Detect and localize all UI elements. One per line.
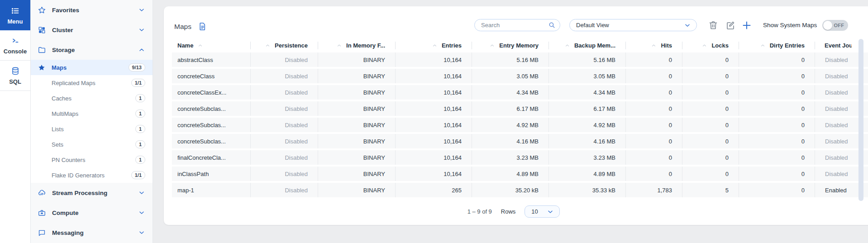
show-system-maps-label: Show System Maps	[763, 22, 817, 29]
cell-backup-mem: 3.23 MB	[548, 150, 625, 165]
table-row[interactable]: concreteSubclas...DisabledBINARY10,1646.…	[172, 101, 868, 118]
cell-backup-mem: 4.16 MB	[548, 134, 625, 148]
cell-persistence: Disabled	[250, 85, 318, 100]
rows-per-page-select[interactable]: 10	[525, 205, 560, 218]
sidebar-item-caches[interactable]: Caches1	[31, 91, 153, 106]
cell-dirty-entries: 0	[739, 118, 815, 132]
sidebar-group-stream-processing[interactable]: Stream Processing	[31, 183, 153, 203]
count-badge: 1	[135, 156, 145, 164]
cell-hits: 0	[625, 150, 682, 165]
table-row[interactable]: concreteSubclas...DisabledBINARY10,1644.…	[172, 118, 868, 134]
sidebar-item-label: Flake ID Generators	[52, 172, 131, 179]
toolbar: Maps Defa	[164, 6, 868, 38]
sort-caret-icon	[760, 43, 766, 48]
sidebar-item-multimaps[interactable]: MultiMaps1	[31, 106, 153, 121]
sql-button[interactable]: SQL	[0, 61, 30, 91]
sidebar-item-sets[interactable]: Sets1	[31, 137, 153, 152]
column-header-dirty-entries[interactable]: Dirty Entries	[739, 38, 815, 52]
table-row[interactable]: inClassPathDisabledBINARY10,1644.89 MB4.…	[172, 167, 868, 183]
cell-locks: 5	[682, 183, 739, 197]
sidebar-item-replicated-maps[interactable]: Replicated Maps1/1	[31, 75, 153, 91]
count-badge: 1/1	[131, 171, 145, 179]
sidebar-group-messaging[interactable]: Messaging	[31, 223, 153, 243]
cell-name: inClassPath	[172, 167, 250, 181]
sidebar-item-label: MultiMaps	[52, 110, 135, 117]
column-header-name[interactable]: Name	[172, 38, 250, 52]
column-header-hits[interactable]: Hits	[625, 38, 682, 52]
menu-button[interactable]: Menu	[0, 0, 30, 30]
cell-locks: 0	[682, 118, 739, 132]
table-row[interactable]: concreteClassEx...DisabledBINARY10,1644.…	[172, 85, 868, 101]
cell-locks: 0	[682, 150, 739, 165]
cell-entry-memory: 3.05 MB	[472, 69, 548, 83]
sidebar-group-compute[interactable]: Compute	[31, 203, 153, 223]
sidebar-item-pn-counters[interactable]: PN Counters1	[31, 152, 153, 167]
main-area: Maps Defa	[153, 0, 868, 243]
sql-label: SQL	[9, 78, 21, 85]
cell-entry-memory: 4.89 MB	[472, 167, 548, 181]
sidebar-group-label: Compute	[52, 210, 138, 216]
add-button[interactable]	[741, 20, 752, 31]
star-filled-icon	[38, 63, 46, 71]
cell-in-memory-f: BINARY	[318, 167, 395, 181]
cell-entries: 10,164	[395, 52, 472, 67]
cell-locks: 0	[682, 85, 739, 100]
search-input[interactable]	[474, 19, 560, 31]
console-button[interactable]: Console	[0, 30, 30, 61]
column-header-backup-mem[interactable]: Backup Mem...	[548, 38, 625, 52]
page-title: Maps	[174, 23, 191, 31]
count-badge: 1	[135, 125, 145, 133]
cell-hits: 1,783	[625, 183, 682, 197]
view-select-value: Default View	[576, 22, 609, 29]
table-row[interactable]: map-1DisabledBINARY26535.20 kB35.33 kB1,…	[172, 183, 868, 199]
cell-hits: 0	[625, 167, 682, 181]
database-icon	[10, 66, 20, 76]
cell-persistence: Disabled	[250, 101, 318, 116]
cell-entry-memory: 4.34 MB	[472, 85, 548, 100]
view-select[interactable]: Default View	[569, 19, 697, 31]
sidebar-item-label: Lists	[52, 126, 135, 133]
sidebar-item-maps[interactable]: Maps9/13	[31, 60, 153, 75]
cell-hits: 0	[625, 52, 682, 67]
column-header-entry-memory[interactable]: Entry Memory	[472, 38, 548, 52]
sidebar-group-favorites[interactable]: Favorites	[31, 0, 153, 20]
cell-in-memory-f: BINARY	[318, 150, 395, 165]
cell-name: concreteSubclas...	[172, 118, 250, 132]
sidebar-item-lists[interactable]: Lists1	[31, 121, 153, 137]
pagination: 1 – 9 of 9 Rows 10	[172, 205, 855, 218]
document-icon[interactable]	[198, 22, 207, 31]
column-header-persistence[interactable]: Persistence	[250, 38, 318, 52]
delete-button[interactable]	[708, 20, 719, 31]
cell-dirty-entries: 0	[739, 101, 815, 116]
cell-hits: 0	[625, 118, 682, 132]
show-system-maps-toggle[interactable]: OFF	[822, 20, 848, 31]
sidebar-group-storage[interactable]: Storage	[31, 40, 153, 60]
cell-entries: 10,164	[395, 118, 472, 132]
column-label: In Memory F...	[346, 42, 385, 49]
table-row[interactable]: concreteClassDisabledBINARY10,1643.05 MB…	[172, 69, 868, 85]
edit-button[interactable]	[725, 20, 736, 31]
column-header-in-memory-f[interactable]: In Memory F...	[318, 38, 395, 52]
cell-persistence: Disabled	[250, 118, 318, 132]
table-row[interactable]: concreteSubclas...DisabledBINARY10,1644.…	[172, 134, 868, 150]
cell-locks: 0	[682, 101, 739, 116]
sidebar-group-label: Storage	[52, 47, 138, 53]
column-label: Event Journal	[825, 42, 852, 49]
table-row[interactable]: finalConcreteCla...DisabledBINARY10,1643…	[172, 150, 868, 167]
maps-card: Maps Defa	[164, 6, 868, 225]
folder-icon	[38, 46, 46, 54]
column-header-entries[interactable]: Entries	[395, 38, 472, 52]
sidebar-group-cluster[interactable]: Cluster	[31, 20, 153, 40]
toggle-state: OFF	[834, 23, 844, 28]
vertical-scrollbar[interactable]	[858, 39, 863, 201]
column-label: Backup Mem...	[574, 42, 615, 49]
cell-backup-mem: 4.34 MB	[548, 85, 625, 100]
cell-entries: 10,164	[395, 85, 472, 100]
sidebar-item-flake-id-generators[interactable]: Flake ID Generators1/1	[31, 167, 153, 183]
table-row[interactable]: abstractClassDisabledBINARY10,1645.16 MB…	[172, 52, 868, 69]
column-header-locks[interactable]: Locks	[682, 38, 739, 52]
cell-entry-memory: 35.20 kB	[472, 183, 548, 197]
sidebar: FavoritesClusterStorageMaps9/13Replicate…	[31, 0, 153, 243]
cell-in-memory-f: BINARY	[318, 69, 395, 83]
cell-persistence: Disabled	[250, 183, 318, 197]
